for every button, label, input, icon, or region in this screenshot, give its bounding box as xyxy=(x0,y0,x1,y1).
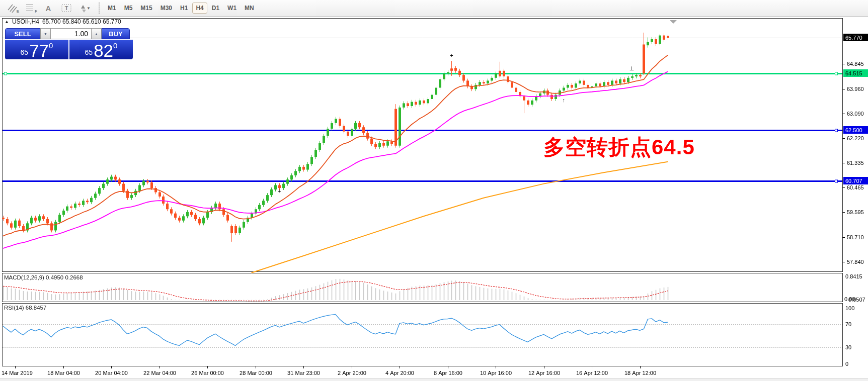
chart-annotation-text[interactable]: 多空转折点64.5 xyxy=(543,133,695,161)
tool-letter: F xyxy=(35,9,37,14)
chart-window: ▲ USOil-,H4 65.700 65.840 65.610 65.770 … xyxy=(0,17,868,381)
rsi-label: RSI(14) 68.8457 xyxy=(4,305,46,311)
trading-app: E F A T ▼ M xyxy=(0,0,868,381)
buy-button[interactable]: BUY xyxy=(102,28,130,39)
buy-price-pips: 82 xyxy=(94,43,113,59)
ohlc-values: 65.700 65.840 65.610 65.770 xyxy=(42,18,121,25)
one-click-trading-panel: SELL ▼ ▲ BUY 65 77 0 65 82 0 xyxy=(5,28,133,59)
symbol-name: USOil-,H4 xyxy=(12,18,39,25)
dotted-grid-icon xyxy=(25,3,35,13)
caret-up-icon: ▲ xyxy=(95,32,98,36)
sell-button[interactable]: SELL xyxy=(5,28,40,39)
arrows-tool-button[interactable]: ▼ xyxy=(75,2,94,15)
fibo-tool-f-button[interactable]: F xyxy=(21,2,39,15)
svg-text:T: T xyxy=(65,5,68,11)
trade-prices-row: 65 77 0 65 82 0 xyxy=(5,40,133,59)
collapse-icon[interactable]: ▲ xyxy=(5,19,9,24)
sell-price-point: 0 xyxy=(49,41,53,50)
arrows-icon xyxy=(78,3,86,13)
toolbar: E F A T ▼ M xyxy=(0,0,868,17)
toolbar-separator xyxy=(99,3,100,14)
macd-label: MACD(12,26,9) 0.4950 0.2668 xyxy=(4,274,83,280)
buy-price-display[interactable]: 65 82 0 xyxy=(69,40,133,59)
sell-price-pips: 77 xyxy=(29,43,49,59)
draw-tool-e-button[interactable]: E xyxy=(3,2,21,15)
tf-button-m1[interactable]: M1 xyxy=(104,3,120,14)
caret-down-icon: ▼ xyxy=(44,32,47,36)
chart-header: ▲ USOil-,H4 65.700 65.840 65.610 65.770 xyxy=(5,18,121,25)
tf-button-m30[interactable]: M30 xyxy=(157,3,176,14)
tf-button-mn[interactable]: MN xyxy=(241,3,258,14)
text-tool-button[interactable]: A xyxy=(39,2,57,15)
price-chart-canvas[interactable] xyxy=(0,17,868,381)
volume-input[interactable] xyxy=(51,28,91,39)
tf-button-h1[interactable]: H1 xyxy=(177,3,191,14)
trade-controls-row: SELL ▼ ▲ BUY xyxy=(5,28,133,39)
buy-price-point: 0 xyxy=(113,41,117,50)
tf-button-h4[interactable]: H4 xyxy=(192,3,207,14)
tool-letter: E xyxy=(17,9,19,14)
volume-decrease-button[interactable]: ▼ xyxy=(40,28,51,39)
tf-button-d1[interactable]: D1 xyxy=(208,3,223,14)
buy-price-major: 65 xyxy=(85,48,93,56)
tf-button-m15[interactable]: M15 xyxy=(137,3,155,14)
volume-increase-button[interactable]: ▲ xyxy=(91,28,102,39)
label-tool-button[interactable]: T xyxy=(57,2,75,15)
text-box-icon: T xyxy=(61,3,72,13)
status-strip xyxy=(0,378,868,381)
chevron-down-icon: ▼ xyxy=(87,6,91,11)
text-a-icon: A xyxy=(46,4,51,13)
tf-button-w1[interactable]: W1 xyxy=(224,3,240,14)
hatch-lines-icon xyxy=(7,3,17,13)
sell-price-major: 65 xyxy=(21,48,29,56)
tf-button-m5[interactable]: M5 xyxy=(121,3,136,14)
sell-price-display[interactable]: 65 77 0 xyxy=(5,40,68,59)
